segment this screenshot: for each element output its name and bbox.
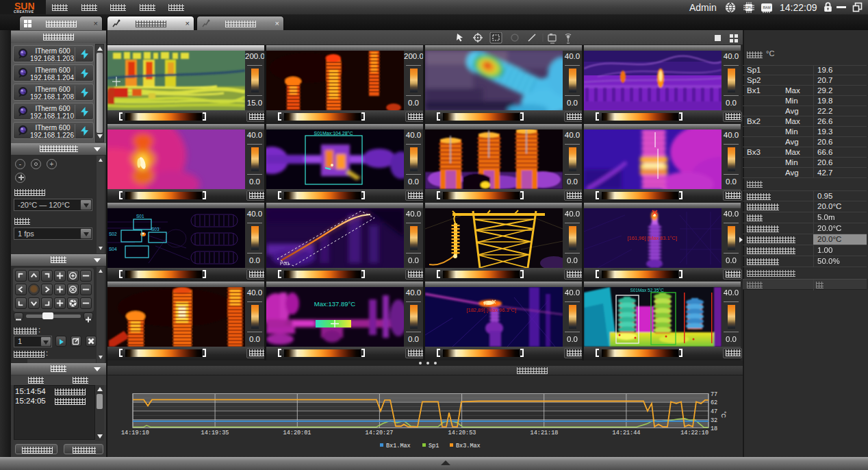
svg-text:S04: S04 (109, 247, 117, 251)
svg-text:[161,96] [Max 83.1°C]: [161,96] [Max 83.1°C] (628, 235, 678, 241)
svg-text:S03: S03 (151, 227, 159, 232)
svg-text:14:20:27: 14:20:27 (366, 430, 394, 436)
svg-text:14:21:18: 14:21:18 (531, 430, 559, 436)
svg-text:Bx3.Max: Bx3.Max (456, 443, 481, 449)
svg-text:14:19:35: 14:19:35 (201, 430, 229, 436)
svg-text:[182,89] [Max 96.3°C]: [182,89] [Max 96.3°C] (467, 307, 517, 313)
svg-text:14:19:10: 14:19:10 (121, 430, 149, 436)
svg-text:S01Max:104.28°C: S01Max:104.28°C (314, 131, 353, 136)
svg-text:14:21:44: 14:21:44 (613, 430, 641, 436)
svg-text:62: 62 (711, 399, 717, 406)
svg-text:14:20:53: 14:20:53 (448, 430, 476, 436)
svg-text:S01: S01 (136, 214, 144, 219)
svg-text:77: 77 (711, 391, 717, 398)
svg-text:14:20:01: 14:20:01 (283, 430, 311, 436)
svg-text:RAM: RAM (763, 5, 770, 10)
svg-text:CPU: CPU (745, 5, 753, 10)
svg-text:32: 32 (711, 417, 717, 424)
svg-text:14:22:10: 14:22:10 (680, 430, 709, 436)
svg-text:°C: °C (720, 411, 727, 419)
svg-text:Max:137.89°C: Max:137.89°C (314, 300, 355, 308)
svg-text:47: 47 (711, 408, 717, 415)
svg-text:Sp1: Sp1 (429, 443, 439, 449)
svg-text:Bx1.Max: Bx1.Max (386, 443, 411, 449)
svg-text:S02: S02 (109, 232, 117, 236)
svg-text:S01Max 52.35°C: S01Max 52.35°C (630, 288, 664, 293)
svg-text:Pol1: Pol1 (280, 261, 290, 266)
svg-text:18: 18 (711, 425, 717, 432)
